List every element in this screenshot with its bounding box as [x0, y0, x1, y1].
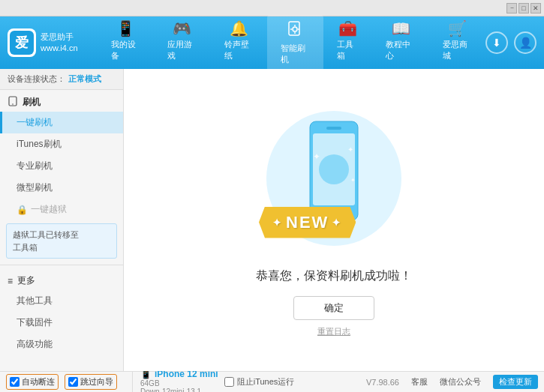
- svg-text:✦: ✦: [313, 151, 320, 162]
- skip-wizard-label: 跳过向导: [80, 376, 113, 388]
- logo: 爱 爱思助手 www.i4.cn: [8, 28, 83, 57]
- nav-tutorials[interactable]: 📖 教程中心: [372, 15, 428, 71]
- svg-rect-2: [289, 22, 299, 35]
- new-badge: ✦ NEW ✦: [259, 207, 356, 238]
- minimize-button[interactable]: －: [506, 3, 517, 13]
- skip-wizard-group: 跳过向导: [65, 374, 117, 390]
- confirm-button[interactable]: 确定: [293, 296, 374, 320]
- reshow-link[interactable]: 重置日志: [317, 326, 350, 337]
- svg-text:✦: ✦: [347, 145, 353, 154]
- phone-icon: [8, 96, 18, 109]
- main-layout: 设备连接状态： 正常模式 刷机 一键刷机 iTunes刷机 专业刷机 微型刷机 …: [0, 69, 544, 371]
- sparkle-right: ✦: [332, 217, 342, 229]
- nav-smart-flash[interactable]: 智能刷机: [267, 15, 323, 71]
- nav-shop[interactable]: 🛒 爱思商城: [429, 15, 485, 71]
- nav-toolbox[interactable]: 🧰 工具箱: [323, 15, 372, 71]
- shop-icon: 🛒: [448, 21, 467, 36]
- auto-disconnect-label: 自动断连: [22, 376, 55, 388]
- sidebar-item-advanced[interactable]: 高级功能: [0, 334, 123, 355]
- flash-icon: [287, 21, 303, 40]
- device-icon: 📱: [116, 21, 135, 36]
- more-section-header: ≡ 更多: [0, 268, 123, 290]
- tutorials-icon: 📖: [392, 21, 410, 36]
- device-status: 设备连接状态： 正常模式: [0, 69, 123, 90]
- itunes-info: 阻止iTunes运行: [224, 376, 360, 388]
- sidebar-item-pro-flash[interactable]: 专业刷机: [0, 155, 123, 177]
- header: 爱 爱思助手 www.i4.cn 📱 我的设备 🎮 应用游戏 🔔 铃声壁纸: [0, 16, 544, 69]
- bottom-bar: 自动断连 跳过向导 📱 iPhone 12 mini 64GB Down-12m…: [0, 371, 544, 392]
- sidebar-item-download-firmware[interactable]: 下载固件: [0, 312, 123, 334]
- user-button[interactable]: 👤: [514, 31, 536, 54]
- nav-bar: 📱 我的设备 🎮 应用游戏 🔔 铃声壁纸 智能刷机: [98, 15, 485, 71]
- svg-point-14: [319, 154, 349, 184]
- svg-rect-13: [326, 127, 341, 130]
- lock-icon: 🔒: [17, 205, 28, 215]
- flash-section-header: 刷机: [0, 90, 123, 112]
- success-illustration: ✦ ✦ ✦ ✦ NEW ✦: [259, 103, 409, 253]
- nav-ringtone-wallpaper[interactable]: 🔔 铃声壁纸: [211, 15, 267, 71]
- menu-icon: ≡: [8, 276, 13, 286]
- svg-point-9: [12, 103, 14, 105]
- svg-text:✦: ✦: [350, 177, 356, 184]
- bottom-left: 自动断连 跳过向导: [6, 374, 126, 390]
- skip-wizard-checkbox[interactable]: [68, 377, 78, 387]
- nav-apps-games[interactable]: 🎮 应用游戏: [154, 15, 210, 71]
- itunes-label: 阻止iTunes运行: [237, 376, 295, 388]
- check-update-button[interactable]: 检查更新: [493, 375, 538, 389]
- svg-text:爱: 爱: [15, 35, 29, 50]
- sidebar-item-other-tools[interactable]: 其他工具: [0, 290, 123, 312]
- sidebar-item-onekey-flash[interactable]: 一键刷机: [0, 112, 123, 133]
- sidebar: 设备连接状态： 正常模式 刷机 一键刷机 iTunes刷机 专业刷机 微型刷机 …: [0, 69, 124, 371]
- close-button[interactable]: ✕: [530, 3, 541, 13]
- success-message: 恭喜您，保资料刷机成功啦！: [256, 268, 412, 284]
- svg-point-3: [293, 27, 297, 31]
- download-button[interactable]: ⬇: [485, 31, 508, 54]
- new-ribbon-text: ✦ NEW ✦: [259, 207, 356, 238]
- bottom-center: 阻止iTunes运行: [224, 376, 360, 388]
- device-model: Down-12mini-13,1: [140, 388, 218, 393]
- itunes-checkbox[interactable]: [224, 377, 234, 387]
- sidebar-divider: [0, 265, 123, 265]
- toolbox-icon: 🧰: [338, 21, 357, 36]
- window-controls: － □ ✕: [506, 3, 541, 13]
- content-area: ✦ ✦ ✦ ✦ NEW ✦ 恭喜您，保资料刷机成功啦！ 确定 重置日志: [124, 69, 544, 371]
- nav-my-device[interactable]: 📱 我的设备: [98, 15, 154, 71]
- notice-box: 越狱工具已转移至工具箱: [6, 223, 117, 259]
- service-link[interactable]: 客服: [411, 376, 428, 388]
- sparkle-left: ✦: [272, 217, 283, 229]
- version-text: V7.98.66: [366, 378, 399, 387]
- wechat-link[interactable]: 微信公众号: [440, 376, 481, 388]
- sidebar-item-itunes-flash[interactable]: iTunes刷机: [0, 133, 123, 155]
- bottom-right: V7.98.66 客服 微信公众号 检查更新: [366, 375, 538, 389]
- device-info: 📱 iPhone 12 mini 64GB Down-12mini-13,1: [132, 369, 218, 393]
- restore-button[interactable]: □: [518, 3, 529, 13]
- auto-disconnect-checkbox[interactable]: [10, 377, 20, 387]
- logo-text: 爱思助手 www.i4.cn: [41, 31, 78, 55]
- logo-icon: 爱: [8, 28, 36, 57]
- jailbreak-disabled: 🔒 一键越狱: [0, 199, 123, 220]
- auto-disconnect-group: 自动断连: [6, 374, 59, 390]
- sidebar-item-micro-flash[interactable]: 微型刷机: [0, 177, 123, 199]
- ringtone-icon: 🔔: [230, 21, 248, 36]
- apps-icon: 🎮: [173, 21, 191, 36]
- device-storage: 64GB: [140, 379, 218, 388]
- header-right: ⬇ 👤: [485, 31, 536, 54]
